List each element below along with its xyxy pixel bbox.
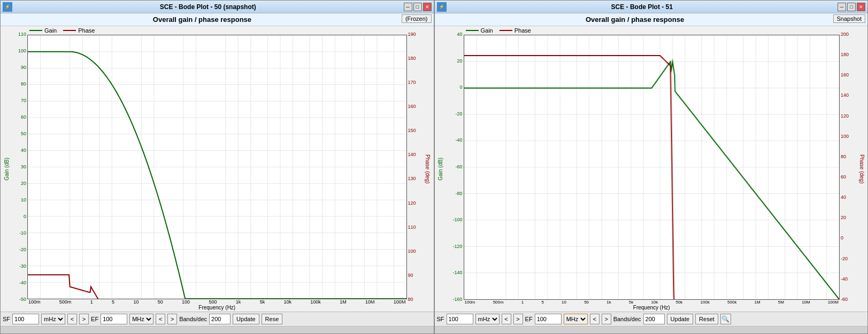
frozen-button[interactable]: (Frozen) xyxy=(402,14,432,23)
window-title-1: SCE - Bode Plot - 50 (snapshot) xyxy=(12,3,404,11)
chart-canvas-1 xyxy=(28,35,406,299)
sf-prev-btn-1[interactable]: < xyxy=(67,314,77,324)
close-btn-1[interactable]: ✕ xyxy=(423,3,432,11)
ef-unit-select-2[interactable]: MHzHzkHzmHz xyxy=(564,314,588,324)
window-controls-2[interactable]: ─ □ ✕ xyxy=(838,3,865,11)
legend-phase-2: Phase xyxy=(500,27,531,34)
y-ticks-left-2: 40200-20-40-60-80-100-120-140-160 xyxy=(447,26,464,312)
legend-2: Gain Phase xyxy=(464,26,840,35)
reset-btn-1[interactable]: Rese xyxy=(262,314,283,324)
sf-next-btn-1[interactable]: > xyxy=(79,314,89,324)
update-btn-2[interactable]: Update xyxy=(667,314,693,324)
y-axis-left-label-1: Gain (dB) xyxy=(1,26,12,312)
sf-unit-select-2[interactable]: mHzHzkHzMHz xyxy=(475,314,500,324)
chart-main-1: Gain Phase 100m500m1510501005001k5k10k10… xyxy=(27,26,407,312)
app-icon-2: ⚡ xyxy=(437,2,447,12)
y-ticks-right-1: 1901801701601501401301201101009080 xyxy=(407,26,422,312)
sf-input-1[interactable] xyxy=(12,314,39,324)
x-axis-label-1: Frequency (Hz) xyxy=(27,305,407,310)
ef-unit-select-1[interactable]: MHzHzkHzmHz xyxy=(129,314,153,324)
window-controls-1[interactable]: ─ □ ✕ xyxy=(404,3,432,11)
minimize-btn-2[interactable]: ─ xyxy=(838,3,846,11)
maximize-btn-2[interactable]: □ xyxy=(847,3,856,11)
sf-input-2[interactable] xyxy=(447,314,473,324)
window-bode-51: ⚡ SCE - Bode Plot - 51 ─ □ ✕ Snapshot Ov… xyxy=(434,0,869,334)
y-ticks-right-2: 200180160140120100806040200-20-40-60 xyxy=(840,26,856,312)
window-title-2: SCE - Bode Plot - 51 xyxy=(447,3,838,11)
phase-legend-line-2 xyxy=(500,30,512,31)
update-btn-1[interactable]: Update xyxy=(233,314,259,324)
y-axis-right-label-1: Phase (deg) xyxy=(422,26,434,312)
y-axis-left-label-2: Gain (dB) xyxy=(435,26,447,312)
x-ticks-1: 100m500m1510501005001k5k10k100k1M10M100M xyxy=(27,299,407,305)
ef-input-2[interactable] xyxy=(535,314,562,324)
statusbar-2 xyxy=(435,326,868,333)
search-button-2[interactable]: 🔍 xyxy=(720,314,731,324)
gain-legend-line-2 xyxy=(466,30,479,31)
legend-gain-1: Gain xyxy=(29,27,57,34)
maximize-btn-1[interactable]: □ xyxy=(413,3,422,11)
sf-unit-select-1[interactable]: mHzHzkHzMHz xyxy=(41,314,65,324)
x-ticks-2: 100m500m1510501k5k10k50k100k500k1M5M10M1… xyxy=(464,300,840,305)
titlebar-1: ⚡ SCE - Bode Plot - 50 (snapshot) ─ □ ✕ xyxy=(1,1,434,13)
ef-prev-btn-1[interactable]: < xyxy=(156,314,165,324)
chart-header-1: (Frozen) Overall gain / phase response xyxy=(1,13,434,26)
chart-main-2: Gain Phase 100m500m1510501k5k10k50k100k5… xyxy=(464,26,840,312)
legend-1: Gain Phase xyxy=(27,26,407,35)
close-btn-2[interactable]: ✕ xyxy=(857,3,865,11)
bottom-bar-2: SF mHzHzkHzMHz < > EF MHzHzkHzmHz < > Ba… xyxy=(435,312,868,326)
reset-btn-2[interactable]: Reset xyxy=(695,314,718,324)
ef-input-1[interactable] xyxy=(101,314,127,324)
sf-prev-btn-2[interactable]: < xyxy=(502,314,511,324)
app-icon-1: ⚡ xyxy=(3,2,12,12)
chart-canvas-2 xyxy=(464,35,840,299)
bands-input-2[interactable] xyxy=(643,314,665,324)
ef-next-btn-1[interactable]: > xyxy=(167,314,177,324)
sf-next-btn-2[interactable]: > xyxy=(513,314,523,324)
statusbar-1 xyxy=(1,326,434,333)
titlebar-2: ⚡ SCE - Bode Plot - 51 ─ □ ✕ xyxy=(435,1,868,13)
legend-gain-2: Gain xyxy=(466,27,493,34)
gain-legend-line-1 xyxy=(29,30,42,31)
window-bode-50: ⚡ SCE - Bode Plot - 50 (snapshot) ─ □ ✕ … xyxy=(0,0,434,334)
minimize-btn-1[interactable]: ─ xyxy=(404,3,412,11)
ef-next-btn-2[interactable]: > xyxy=(602,314,611,324)
chart-header-2: Snapshot Overall gain / phase response xyxy=(435,13,868,26)
ef-prev-btn-2[interactable]: < xyxy=(590,314,600,324)
x-axis-label-2: Frequency (Hz) xyxy=(464,305,840,310)
bottom-bar-1: SF mHzHzkHzMHz < > EF MHzHzkHzmHz < > Ba… xyxy=(1,312,434,326)
phase-legend-line-1 xyxy=(63,30,76,31)
plot-area-1 xyxy=(27,35,407,299)
bands-input-1[interactable] xyxy=(209,314,231,324)
legend-phase-1: Phase xyxy=(63,27,95,34)
plot-area-2 xyxy=(464,35,840,300)
y-axis-right-label-2: Phase (deg) xyxy=(856,26,867,312)
snapshot-button[interactable]: Snapshot xyxy=(833,14,865,23)
y-ticks-left-1: 1101009080706050403020100-10-20-30-40-50 xyxy=(12,26,27,312)
